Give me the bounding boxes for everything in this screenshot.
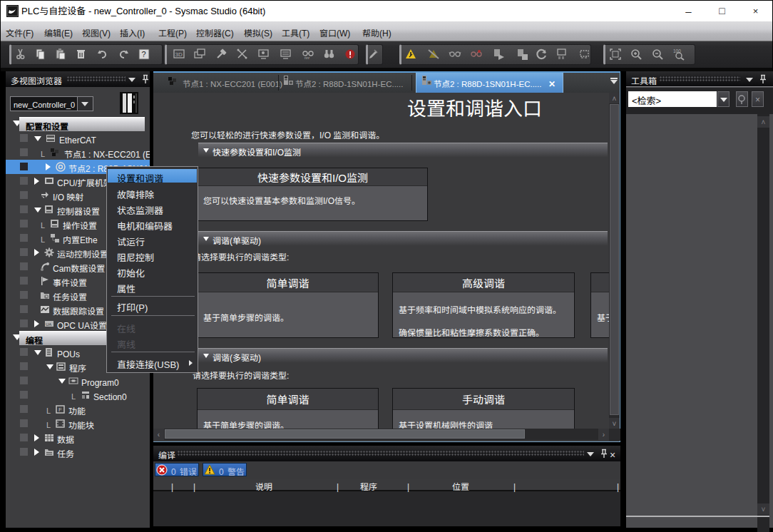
svg-text:F: F: [58, 406, 62, 413]
svg-text:nnr: nnr: [304, 56, 310, 60]
svg-text:3D: 3D: [175, 51, 183, 58]
svg-text:UA: UA: [46, 322, 51, 327]
svg-text:?: ?: [142, 50, 146, 58]
